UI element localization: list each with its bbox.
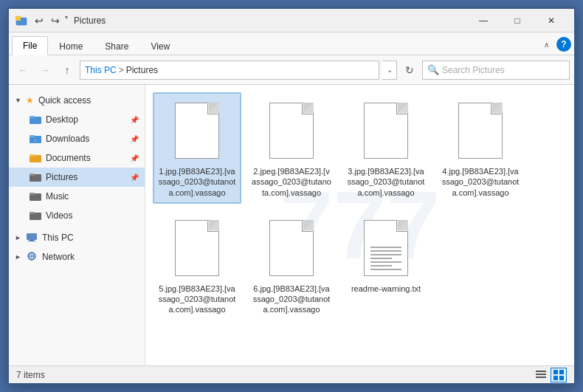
this-pc-icon xyxy=(26,232,38,244)
file-icon-file4 xyxy=(454,98,507,163)
quick-access-star-icon: ★ xyxy=(26,95,34,106)
sidebar-item-documents[interactable]: Documents 📌 xyxy=(9,148,145,168)
view-toggle xyxy=(533,368,567,382)
quick-access-chevron: ▼ xyxy=(15,97,21,104)
help-button[interactable]: ? xyxy=(556,37,571,52)
search-icon: 🔍 xyxy=(427,64,439,75)
network-chevron: ► xyxy=(15,253,21,261)
qat-dropdown[interactable]: ▾ xyxy=(65,14,68,27)
quick-access-header[interactable]: ▼ ★ Quick access xyxy=(9,91,145,110)
search-placeholder: Search Pictures xyxy=(442,65,505,75)
address-chevron[interactable]: ⌄ xyxy=(382,61,397,80)
network-icon xyxy=(26,251,38,264)
sidebar-item-downloads[interactable]: ↓ Downloads 📌 xyxy=(9,129,145,148)
documents-folder-icon xyxy=(30,152,41,164)
breadcrumb-sep1: > xyxy=(119,65,124,75)
file-item-file4[interactable]: 4.jpg.[9B83AE23].[vassago_0203@tutanota.… xyxy=(436,92,525,204)
file-name-file6: 6.jpg.[9B83AE23].[vassago_0203@tutanota.… xyxy=(252,283,331,315)
tab-share[interactable]: Share xyxy=(94,37,139,55)
qat-redo[interactable]: ↪ xyxy=(49,14,62,27)
collapse-ribbon-button[interactable]: ∧ xyxy=(539,39,553,50)
downloads-folder-icon: ↓ xyxy=(30,133,41,145)
addressbar: ← → ↑ This PC > Pictures ⌄ ↻ 🔍 Search Pi… xyxy=(9,55,574,85)
sidebar-item-music[interactable]: Music xyxy=(9,187,145,206)
file-icon-file2 xyxy=(265,98,318,163)
forward-button[interactable]: → xyxy=(35,61,55,80)
address-bar[interactable]: This PC > Pictures xyxy=(80,61,379,80)
file-item-file1[interactable]: 1.jpg.[9B83AE23].[vassago_0203@tutanota.… xyxy=(153,92,241,204)
qat-undo[interactable]: ↩ xyxy=(32,14,46,27)
breadcrumb-thispc[interactable]: This PC xyxy=(85,65,117,75)
svg-rect-25 xyxy=(536,376,546,378)
file-name-file7: readme-warning.txt xyxy=(351,283,421,294)
sidebar-music-label: Music xyxy=(46,191,139,202)
window-controls: — □ ✕ xyxy=(466,9,568,32)
svg-rect-2 xyxy=(15,16,21,19)
item-count: 7 items xyxy=(16,370,533,380)
window-icon xyxy=(15,14,28,27)
sidebar-videos-label: Videos xyxy=(46,210,139,221)
file-item-file7[interactable]: readme-warning.txt xyxy=(342,210,430,321)
svg-rect-23 xyxy=(536,371,546,372)
file-icon-file5 xyxy=(170,216,224,281)
file-item-file5[interactable]: 5.jpg.[9B83AE23].[vassago_0203@tutanota.… xyxy=(153,210,241,321)
desktop-pin-icon: 📌 xyxy=(130,116,139,124)
ribbon: File Home Share View ∧ ? xyxy=(9,32,574,55)
icons-view-button[interactable] xyxy=(551,368,567,382)
files-grid: 1.jpg.[9B83AE23].[vassago_0203@tutanota.… xyxy=(153,92,567,321)
back-button[interactable]: ← xyxy=(13,61,32,80)
search-box[interactable]: 🔍 Search Pictures xyxy=(422,61,570,80)
music-folder-icon xyxy=(30,190,41,202)
explorer-window: ↩ ↪ ▾ Pictures — □ ✕ File Home Share Vie… xyxy=(7,7,576,385)
refresh-button[interactable]: ↻ xyxy=(400,61,419,80)
this-pc-chevron: ► xyxy=(15,234,21,241)
file-icon-file6 xyxy=(265,216,318,281)
videos-folder-icon xyxy=(30,210,41,221)
minimize-button[interactable]: — xyxy=(466,9,500,32)
quick-access-toolbar: ↩ ↪ ▾ xyxy=(32,14,68,27)
documents-pin-icon: 📌 xyxy=(130,154,139,162)
svg-text:↓: ↓ xyxy=(34,137,37,142)
file-name-file4: 4.jpg.[9B83AE23].[vassago_0203@tutanota.… xyxy=(441,166,520,198)
sidebar-item-pictures[interactable]: Pictures 📌 xyxy=(9,168,145,187)
svg-rect-11 xyxy=(30,173,35,176)
file-item-file2[interactable]: 2.jpeg.[9B83AE23].[vassago_0203@tutanota… xyxy=(247,92,336,204)
tab-file[interactable]: File xyxy=(12,36,48,55)
main-area: ▼ ★ Quick access Desktop 📌 ↓ Downloads 📌 xyxy=(9,85,574,365)
file-area: 777 1.jpg.[9B83AE23].[vassago_0203@tutan… xyxy=(145,85,574,365)
svg-rect-24 xyxy=(536,374,546,375)
sidebar-documents-label: Documents xyxy=(46,153,125,163)
file-item-file3[interactable]: 3.jpg.[9B83AE23].[vassago_0203@tutanota.… xyxy=(342,92,430,204)
svg-rect-27 xyxy=(559,370,564,374)
list-view-button[interactable] xyxy=(533,368,549,382)
up-button[interactable]: ↑ xyxy=(58,61,77,80)
pictures-pin-icon: 📌 xyxy=(130,173,139,182)
file-name-file3: 3.jpg.[9B83AE23].[vassago_0203@tutanota.… xyxy=(346,166,426,198)
pictures-folder-icon xyxy=(30,171,41,183)
svg-rect-26 xyxy=(553,370,558,374)
file-icon-file7 xyxy=(359,216,413,281)
svg-rect-28 xyxy=(553,376,558,380)
downloads-pin-icon: 📌 xyxy=(130,135,139,143)
breadcrumb-pictures[interactable]: Pictures xyxy=(126,65,158,75)
network-header[interactable]: ► Network xyxy=(9,247,145,267)
sidebar: ▼ ★ Quick access Desktop 📌 ↓ Downloads 📌 xyxy=(9,85,145,365)
sidebar-item-videos[interactable]: Videos xyxy=(9,206,145,225)
svg-rect-13 xyxy=(30,193,35,195)
window-title: Pictures xyxy=(74,16,466,26)
statusbar: 7 items xyxy=(9,365,574,383)
maximize-button[interactable]: □ xyxy=(500,9,534,32)
titlebar: ↩ ↪ ▾ Pictures — □ ✕ xyxy=(9,9,574,32)
this-pc-header[interactable]: ► This PC xyxy=(9,228,145,247)
file-icon-file1 xyxy=(170,98,224,163)
tab-view[interactable]: View xyxy=(139,37,181,55)
svg-rect-18 xyxy=(28,241,35,241)
sidebar-item-desktop[interactable]: Desktop 📌 xyxy=(9,110,145,129)
this-pc-label: This PC xyxy=(42,233,74,243)
tab-home[interactable]: Home xyxy=(48,37,94,55)
close-button[interactable]: ✕ xyxy=(534,9,568,32)
svg-rect-16 xyxy=(27,233,37,240)
sidebar-downloads-label: Downloads xyxy=(46,134,125,144)
file-item-file6[interactable]: 6.jpg.[9B83AE23].[vassago_0203@tutanota.… xyxy=(247,210,336,321)
file-name-file5: 5.jpg.[9B83AE23].[vassago_0203@tutanota.… xyxy=(157,283,237,315)
